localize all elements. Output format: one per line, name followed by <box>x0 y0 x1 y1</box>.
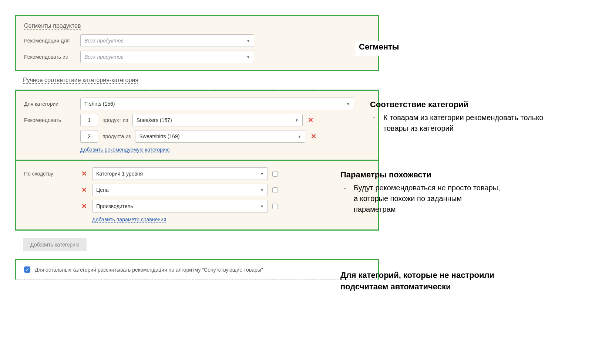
recommend-category-value-1: Sweatshirts (169) <box>139 133 179 139</box>
similarity-select-2[interactable]: Производитель ▼ <box>92 200 268 212</box>
recommend-count-input-0[interactable] <box>80 114 98 126</box>
for-category-select[interactable]: T-shirts (156) ▼ <box>80 98 354 110</box>
caret-down-icon: ▼ <box>260 204 264 208</box>
similarity-value-2: Производитель <box>96 203 133 209</box>
add-recommended-category-link[interactable]: Добавить рекомендуемую категорию <box>80 147 169 153</box>
product-from-label-1: продукта из <box>102 133 131 139</box>
similarity-value-0: Категория 1 уровня <box>96 171 143 177</box>
caret-down-icon: ▼ <box>346 102 350 106</box>
similarity-label: По сходству <box>24 171 76 177</box>
similarity-remove-icon-0[interactable]: ✕ <box>80 170 88 178</box>
rec-from-value: Всех продуктов <box>84 54 124 60</box>
remove-row-icon-1[interactable]: ✕ <box>310 132 317 140</box>
segments-title: Сегменты продуктов <box>24 23 370 29</box>
rec-from-select[interactable]: Всех продуктов ▼ <box>80 51 254 63</box>
caret-down-icon: ▼ <box>260 188 264 192</box>
annotation-similarity-bullet: Будут рекомендоваться не просто товары, … <box>354 183 503 215</box>
recommend-category-select-0[interactable]: Sneakers (157) ▼ <box>132 114 303 126</box>
recommend-category-value-0: Sneakers (157) <box>137 117 172 123</box>
add-category-row: Добавить категорию <box>15 231 379 259</box>
for-category-label: Для категории <box>24 101 76 107</box>
caret-down-icon: ▼ <box>298 135 302 139</box>
similarity-checkbox-2[interactable] <box>272 204 278 209</box>
similarity-checkbox-0[interactable] <box>272 171 278 177</box>
recommend-label: Рекомендовать <box>24 117 76 123</box>
similarity-value-1: Цена <box>96 187 109 193</box>
add-category-button[interactable]: Добавить категорию <box>23 238 87 251</box>
manual-match-header: Ручное соответствие категория-категория <box>15 71 379 90</box>
rec-for-label: Рекомендации для <box>24 38 76 44</box>
footer-text: Для остальных категорий рассчитывать рек… <box>35 267 263 273</box>
product-from-label-0: продукт из <box>102 117 128 123</box>
checkmark-icon: ✓ <box>26 267 29 272</box>
similarity-section: По сходству ✕ Категория 1 уровня ▼ ✕ Цен… <box>15 161 379 231</box>
similarity-checkbox-1[interactable] <box>272 187 278 193</box>
recommend-count-input-1[interactable] <box>80 130 98 143</box>
footer-checkbox[interactable]: ✓ <box>24 266 30 273</box>
rec-for-select[interactable]: Всех продуктов ▼ <box>80 34 254 47</box>
caret-down-icon: ▼ <box>295 118 299 122</box>
main-settings-panel: Сегменты продуктов Рекомендации для Всех… <box>15 15 379 280</box>
caret-down-icon: ▼ <box>246 39 250 43</box>
rec-from-label: Рекомендовать из <box>24 54 76 60</box>
segments-section: Сегменты продуктов Рекомендации для Всех… <box>15 15 379 71</box>
similarity-select-1[interactable]: Цена ▼ <box>92 184 268 196</box>
annotation-auto-text: Для категорий, которые не настроили подс… <box>340 270 503 293</box>
add-similarity-param-link[interactable]: Добавить параметр сравнения <box>92 217 166 222</box>
caret-down-icon: ▼ <box>246 55 250 59</box>
caret-down-icon: ▼ <box>260 172 264 176</box>
remove-row-icon-0[interactable]: ✕ <box>307 116 314 124</box>
similarity-remove-icon-1[interactable]: ✕ <box>80 186 88 194</box>
rec-for-value: Всех продуктов <box>84 38 124 44</box>
category-mapping-section: Для категории T-shirts (156) ▼ Рекомендо… <box>15 90 379 161</box>
similarity-select-0[interactable]: Категория 1 уровня ▼ <box>92 167 268 180</box>
annotation-match-title: Соответствие категорий <box>370 100 570 109</box>
annotation-segments-title: Сегменты <box>359 42 399 52</box>
annotation-match-bullet: К товарам из категории рекомендовать тол… <box>383 112 570 134</box>
recommend-category-select-1[interactable]: Sweatshirts (169) ▼ <box>135 130 305 143</box>
for-category-value: T-shirts (156) <box>84 101 115 107</box>
footer-section: ✓ Для остальных категорий рассчитывать р… <box>15 259 379 280</box>
similarity-remove-icon-2[interactable]: ✕ <box>80 202 88 210</box>
annotation-similarity-title: Параметры похожести <box>340 170 503 180</box>
manual-match-title: Ручное соответствие категория-категория <box>23 77 371 84</box>
